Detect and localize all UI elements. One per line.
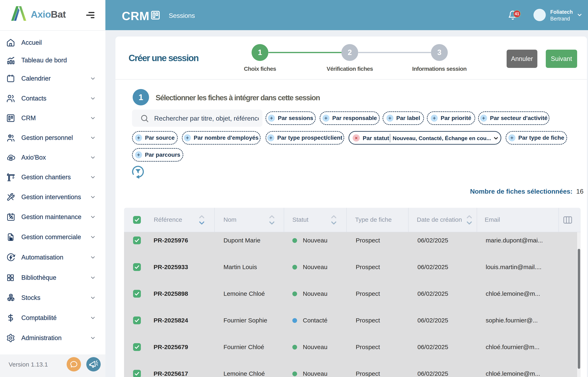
svg-text:€: € — [10, 237, 12, 241]
